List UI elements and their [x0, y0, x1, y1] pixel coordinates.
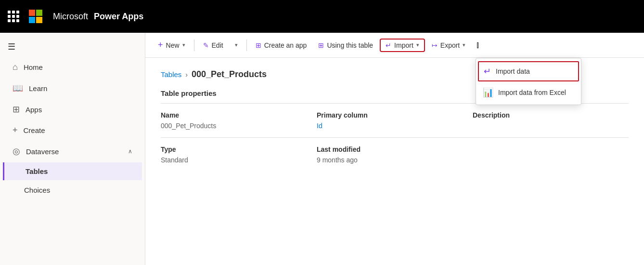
name-label: Name [161, 111, 317, 119]
content-area: + New ▾ ✎ Edit ▾ ⊞ Create an app ⊞ Using… [145, 33, 644, 265]
create-app-button[interactable]: ⊞ Create an app [251, 39, 312, 52]
create-app-icon: ⊞ [256, 41, 261, 49]
edit-label: Edit [212, 41, 223, 49]
waffle-menu[interactable] [8, 11, 19, 22]
sidebar-item-choices[interactable]: Choices [3, 181, 142, 199]
import-excel-icon: 📊 [483, 87, 493, 98]
description-group: Description [473, 111, 629, 130]
primary-column-label: Primary column [317, 111, 473, 119]
new-button[interactable]: + New ▾ [153, 37, 190, 53]
import-data-item[interactable]: ↵ Import data [478, 61, 579, 81]
edit-button[interactable]: ✎ Edit [198, 39, 228, 52]
sidebar-learn-label: Learn [29, 84, 47, 93]
import-excel-label: Import data from Excel [498, 89, 566, 96]
apps-icon: ⊞ [13, 104, 20, 115]
more-options-button[interactable]: ⫿ [472, 38, 484, 52]
import-label: Import [394, 41, 413, 49]
primary-column-value[interactable]: Id [317, 122, 473, 130]
using-table-label: Using this table [327, 41, 373, 49]
using-table-icon: ⊞ [318, 41, 324, 49]
description-label: Description [473, 111, 629, 119]
divider-1 [194, 40, 194, 51]
last-modified-group: Last modified 9 months ago [317, 146, 473, 164]
home-icon: ⌂ [13, 62, 18, 72]
chevron-up-icon: ∧ [128, 148, 132, 155]
app-title: Power Apps [94, 12, 143, 22]
import-button[interactable]: ↵ Import ▾ [380, 39, 425, 52]
new-chevron-icon: ▾ [182, 42, 185, 48]
import-dropdown: ↵ Import data 📊 Import data from Excel [476, 58, 581, 105]
sidebar-apps-label: Apps [26, 106, 42, 114]
edit-icon: ✎ [203, 41, 209, 49]
sidebar-create-label: Create [24, 126, 45, 134]
import-data-label: Import data [496, 67, 530, 75]
new-label: New [166, 41, 180, 49]
sidebar-item-dataverse[interactable]: ◎ Dataverse ∧ [3, 141, 142, 161]
divider-2 [246, 40, 247, 51]
primary-column-group: Primary column Id [317, 111, 473, 130]
sidebar-item-apps[interactable]: ⊞ Apps [3, 99, 142, 119]
choices-label: Choices [24, 186, 50, 194]
breadcrumb-current: 000_Pet_Products [192, 69, 267, 80]
sidebar-item-home[interactable]: ⌂ Home [3, 57, 142, 77]
plus-icon: + [158, 40, 163, 50]
properties-grid: Name 000_Pet_Products Primary column Id … [161, 111, 629, 138]
export-label: Export [440, 41, 460, 49]
import-data-icon: ↵ [484, 66, 491, 77]
import-icon: ↵ [386, 41, 391, 49]
type-value: Standard [161, 156, 317, 164]
breadcrumb-parent[interactable]: Tables [161, 70, 181, 79]
toolbar: + New ▾ ✎ Edit ▾ ⊞ Create an app ⊞ Using… [145, 33, 644, 58]
edit-chevron-icon: ▾ [235, 42, 238, 48]
main-layout: ☰ ⌂ Home 📖 Learn ⊞ Apps + Create ◎ Datav… [0, 33, 644, 265]
sidebar-item-tables[interactable]: Tables [3, 162, 142, 180]
last-modified-value: 9 months ago [317, 156, 473, 164]
type-label: Type [161, 146, 317, 153]
topbar: Microsoft Power Apps [0, 0, 644, 33]
sidebar-item-create[interactable]: + Create [3, 120, 142, 140]
import-excel-item[interactable]: 📊 Import data from Excel [476, 82, 581, 103]
sidebar-dataverse-label: Dataverse [26, 147, 59, 156]
brand-name: Microsoft [53, 12, 88, 22]
import-chevron-icon: ▾ [416, 42, 419, 48]
tables-label: Tables [26, 167, 48, 175]
create-icon: + [13, 125, 18, 135]
last-modified-label: Last modified [317, 146, 473, 153]
name-value: 000_Pet_Products [161, 122, 317, 130]
dataverse-icon: ◎ [13, 146, 20, 157]
properties-row2: Type Standard Last modified 9 months ago [161, 138, 629, 164]
sidebar-item-learn[interactable]: 📖 Learn [3, 78, 142, 98]
using-table-button[interactable]: ⊞ Using this table [313, 39, 378, 52]
breadcrumb-arrow-icon: › [185, 71, 188, 79]
sidebar: ☰ ⌂ Home 📖 Learn ⊞ Apps + Create ◎ Datav… [0, 33, 145, 265]
export-icon: ↦ [432, 41, 438, 49]
type-group: Type Standard [161, 146, 317, 164]
learn-icon: 📖 [13, 83, 23, 93]
microsoft-logo [29, 10, 42, 23]
create-app-label: Create an app [264, 41, 307, 49]
edit-chevron-button[interactable]: ▾ [230, 39, 243, 51]
hamburger-button[interactable]: ☰ [0, 37, 145, 57]
export-chevron-icon: ▾ [463, 42, 465, 48]
name-group: Name 000_Pet_Products [161, 111, 317, 130]
sidebar-home-label: Home [24, 63, 43, 71]
export-button[interactable]: ↦ Export ▾ [427, 39, 470, 52]
